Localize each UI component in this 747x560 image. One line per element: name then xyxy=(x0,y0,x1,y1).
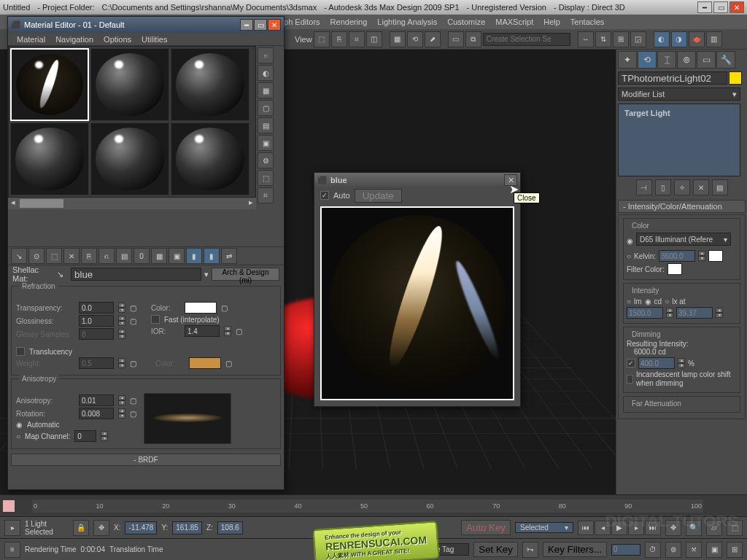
make-unique-icon[interactable]: ⎌ xyxy=(98,248,115,264)
options-icon[interactable]: ⚙ xyxy=(258,152,274,168)
cmd-tab-motion[interactable]: ⊚ xyxy=(677,51,696,69)
pick-icon[interactable]: ↘ xyxy=(57,270,68,279)
toolbar-btn-11[interactable]: ⇅ xyxy=(595,31,611,47)
ior-spinner[interactable] xyxy=(185,325,220,337)
time-config-icon[interactable]: ⏱ xyxy=(645,542,661,558)
go-sibling-icon[interactable]: ⇄ xyxy=(221,248,237,264)
radio-automatic[interactable]: ◉ xyxy=(16,421,23,429)
make-preview-icon[interactable]: ▣ xyxy=(258,135,274,151)
nav-walk-icon[interactable]: ⤧ xyxy=(686,542,702,558)
toolbar-btn-10[interactable]: ↔ xyxy=(578,31,594,47)
object-name-input[interactable] xyxy=(618,71,727,85)
menu-customize[interactable]: Customize xyxy=(443,16,489,28)
preview-update-button[interactable]: Update xyxy=(355,189,402,203)
lock-icon[interactable]: 🔒 xyxy=(73,520,89,536)
toolbar-btn-7[interactable]: ⬈ xyxy=(425,31,441,47)
radio-lm[interactable]: ○ xyxy=(627,298,631,306)
cmd-tab-modify[interactable]: ⟲ xyxy=(638,51,657,69)
modifier-list-dropdown[interactable]: Modifier List▾ xyxy=(618,88,740,101)
sample-scroll-h[interactable]: ◂▸ xyxy=(8,198,256,209)
sample-slot-3[interactable] xyxy=(171,48,249,121)
toolbar-btn-15[interactable]: ◑ xyxy=(671,31,687,47)
toolbar-btn-5[interactable]: ▦ xyxy=(390,31,406,47)
make-copy-icon[interactable]: ⎘ xyxy=(81,248,97,264)
toolbar-btn-3[interactable]: ⌗ xyxy=(349,31,365,47)
nav-min-icon[interactable]: ⊞ xyxy=(727,542,743,558)
mat-menu-options[interactable]: Options xyxy=(99,34,136,44)
preview-titlebar[interactable]: ⬛ blue ✕ xyxy=(314,173,520,187)
cmd-tab-hierarchy[interactable]: ⌶ xyxy=(657,51,676,69)
material-type-button[interactable]: Arch & Design (mi) xyxy=(212,268,279,281)
rotation-spinner[interactable] xyxy=(79,408,114,419)
put-to-lib-icon[interactable]: ▤ xyxy=(116,248,132,264)
maximize-button[interactable]: ▭ xyxy=(713,1,728,13)
current-frame-input[interactable] xyxy=(611,544,640,556)
coord-z[interactable]: 108.6 xyxy=(217,521,243,534)
menu-maxscript[interactable]: MAXScript xyxy=(491,16,538,28)
material-name-input[interactable] xyxy=(71,268,201,281)
dimming-spinner[interactable] xyxy=(638,357,675,369)
translucency-checkbox[interactable] xyxy=(16,347,25,356)
filter-color-swatch[interactable] xyxy=(667,263,682,275)
toolbar-btn-17[interactable]: ▥ xyxy=(706,31,722,47)
stack-remove-icon[interactable]: ✕ xyxy=(693,179,709,195)
preview-auto-checkbox[interactable]: ✓ xyxy=(320,191,329,200)
video-check-icon[interactable]: ▤ xyxy=(258,117,274,133)
mat-close-button[interactable]: ✕ xyxy=(268,19,281,31)
key-large-icon[interactable]: 🗝 xyxy=(522,542,538,558)
mat-id-icon[interactable]: 0 xyxy=(133,248,150,264)
object-color-swatch[interactable] xyxy=(729,71,742,85)
cmd-tab-display[interactable]: ▭ xyxy=(697,51,716,69)
go-parent-icon[interactable]: ▮ xyxy=(186,248,202,264)
anisotropy-spinner[interactable] xyxy=(79,394,114,406)
background-icon[interactable]: ▦ xyxy=(258,82,274,98)
selection-set-input[interactable] xyxy=(483,33,570,46)
fast-interpolate-checkbox[interactable] xyxy=(151,315,160,324)
put-to-scene-icon[interactable]: ⊙ xyxy=(28,248,44,264)
name-dropdown-icon[interactable]: ▾ xyxy=(204,270,209,279)
show-map-icon[interactable]: ▦ xyxy=(151,248,167,264)
toolbar-btn-9[interactable]: ⧉ xyxy=(465,31,481,47)
stack-show-end-icon[interactable]: ▯ xyxy=(655,179,671,195)
kelvin-spinner[interactable] xyxy=(659,250,695,262)
menu-tentacles[interactable]: Tentacles xyxy=(566,16,608,28)
show-end-result-icon[interactable]: ▣ xyxy=(169,248,185,264)
sample-slot-5[interactable] xyxy=(90,122,169,195)
radio-cd[interactable]: ◉ xyxy=(645,298,651,306)
rollup-brdf[interactable]: - BRDF xyxy=(11,454,281,466)
goto-start-icon[interactable]: ⏮ xyxy=(578,521,594,535)
cmd-tab-utilities[interactable]: 🔧 xyxy=(716,51,735,69)
radio-lxat[interactable]: ○ xyxy=(665,298,669,306)
toolbar-btn-13[interactable]: ◲ xyxy=(630,31,646,47)
coord-x[interactable]: -11.478 xyxy=(125,521,157,534)
transparency-map-slot[interactable]: ▢ xyxy=(130,304,136,312)
nav-orbit-icon[interactable]: ⊚ xyxy=(665,542,681,558)
sample-slot-2[interactable] xyxy=(90,48,169,121)
stack-make-unique-icon[interactable]: ✧ xyxy=(674,179,690,195)
toolbar-btn-14[interactable]: ◐ xyxy=(654,31,670,47)
map-channel-spinner[interactable] xyxy=(74,430,96,442)
radio-d65[interactable]: ◉ xyxy=(627,237,633,245)
toolbar-btn-8[interactable]: ▭ xyxy=(448,31,464,47)
track-open-icon[interactable]: ▸ xyxy=(4,520,20,536)
setkey-button[interactable]: Set Key xyxy=(473,542,518,557)
sample-slot-1[interactable] xyxy=(10,48,89,121)
preview-close-button[interactable]: ✕ xyxy=(504,174,517,186)
render-button[interactable]: 🫖 xyxy=(689,31,705,47)
transparency-spinner[interactable] xyxy=(79,302,114,314)
toolbar-btn-12[interactable]: ⊞ xyxy=(613,31,629,47)
sample-type-icon[interactable]: ○ xyxy=(258,47,274,63)
cmd-tab-create[interactable]: ✦ xyxy=(618,51,637,69)
minimize-button[interactable]: ━ xyxy=(697,1,712,13)
mat-menu-utilities[interactable]: Utilities xyxy=(137,34,171,44)
radio-kelvin[interactable]: ○ xyxy=(627,252,631,260)
mat-menu-material[interactable]: Material xyxy=(12,34,50,44)
key-filters-button[interactable]: Key Filters... xyxy=(543,542,607,557)
backlight-icon[interactable]: ◐ xyxy=(258,65,274,81)
assign-to-sel-icon[interactable]: ⬚ xyxy=(46,248,62,264)
coord-y[interactable]: 161.85 xyxy=(172,521,202,534)
illuminant-dropdown[interactable]: D65 Illuminant (Refere▾ xyxy=(636,233,731,246)
go-forward-icon[interactable]: ▮ xyxy=(204,248,220,264)
get-material-icon[interactable]: ↘ xyxy=(11,248,27,264)
coord-mode-icon[interactable]: ✥ xyxy=(93,520,109,536)
